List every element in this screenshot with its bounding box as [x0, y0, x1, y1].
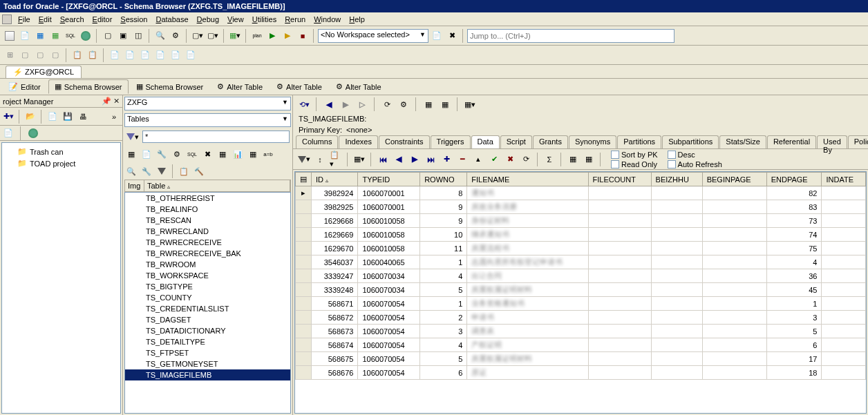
grid-row[interactable]: 162966810600100589身份证材料73: [296, 214, 866, 228]
nav-tab-2[interactable]: ▦Schema Browser: [130, 79, 210, 94]
col-TYPEID[interactable]: TYPEID: [358, 173, 420, 186]
table-item[interactable]: TB_OTHERREGIST: [125, 193, 290, 204]
mt-b[interactable]: 📄: [140, 147, 153, 161]
open-sql-btn[interactable]: 📄: [18, 29, 32, 43]
grid-row[interactable]: 1629670106001005811房屋流程书75: [296, 242, 866, 255]
pm-doc-btn[interactable]: 📄: [1, 126, 15, 140]
nav-prev[interactable]: ◀: [322, 97, 336, 111]
excel-btn[interactable]: ▦▾: [228, 29, 242, 43]
dt-next[interactable]: ▶: [408, 153, 422, 166]
pm-new-btn[interactable]: 📄: [46, 110, 59, 124]
mt-f[interactable]: ✖: [200, 147, 214, 161]
dt-first[interactable]: ⏮: [376, 153, 390, 166]
ws-add-btn[interactable]: 📄: [430, 29, 444, 43]
pm-db-btn[interactable]: [26, 126, 40, 140]
grid-btn[interactable]: ▦: [48, 29, 62, 43]
grid-row[interactable]: 333924710600700344出让合同36: [296, 269, 866, 283]
menu-file[interactable]: File: [14, 14, 35, 25]
table-item[interactable]: TS_IMAGEFILEMB: [125, 369, 290, 380]
commit-btn[interactable]: ▢▾: [191, 29, 205, 43]
chk-ar[interactable]: Auto Refresh: [668, 160, 722, 168]
table-item[interactable]: TS_COUNTY: [125, 292, 290, 303]
browser-btn[interactable]: ▦: [33, 29, 47, 43]
grid-row[interactable]: 56867310600700543调查表5: [296, 325, 866, 338]
script-btn[interactable]: SQL: [64, 29, 77, 43]
dt-excel[interactable]: ▦: [582, 153, 596, 166]
tree-trash[interactable]: 📁 Trash can: [5, 146, 117, 157]
dt-view[interactable]: ▦▾: [352, 153, 366, 166]
btn-a[interactable]: ▢: [18, 48, 32, 62]
tree-toad-project[interactable]: 📁 TOAD project: [5, 157, 117, 169]
obj-tab-subpartitions[interactable]: Subpartitions: [662, 135, 719, 148]
pm-print-btn[interactable]: 🖶: [76, 110, 90, 124]
chk-desc[interactable]: Desc: [668, 151, 722, 159]
menu-debug[interactable]: Debug: [193, 14, 223, 25]
mt-d[interactable]: ⚙: [170, 147, 184, 161]
obj-tab-grants[interactable]: Grants: [533, 135, 568, 148]
obj-tab-columns[interactable]: Columns: [296, 135, 338, 148]
dt-edit[interactable]: ▴: [471, 153, 485, 166]
table-item[interactable]: TB_WORKSPACE: [125, 270, 290, 281]
obj-tab-triggers[interactable]: Triggers: [431, 135, 471, 148]
dt-prev[interactable]: ◀: [392, 153, 406, 166]
mt2-a[interactable]: 🔍: [124, 164, 138, 178]
col-INDATE[interactable]: INDATE: [822, 173, 866, 186]
jump-input[interactable]: [467, 29, 674, 43]
pm-open-btn[interactable]: 📂: [23, 110, 37, 124]
table-item[interactable]: TB_RESCAN: [125, 215, 290, 226]
doc-e[interactable]: 📄: [169, 48, 182, 62]
table-item[interactable]: TS_CREDENTIALSLIST: [125, 303, 290, 314]
mt2-b[interactable]: 🔧: [140, 164, 153, 178]
workspace-combo[interactable]: <No Workspace selected>: [318, 29, 428, 43]
cog-btn[interactable]: ⚙: [169, 29, 182, 43]
rt-b[interactable]: ⚙: [397, 97, 411, 111]
nav-tab-4[interactable]: ⚙Alter Table: [270, 79, 328, 94]
new-btn[interactable]: [3, 29, 17, 43]
find-btn[interactable]: 🔍: [153, 29, 167, 43]
table-item[interactable]: TB_REALINFO: [125, 204, 290, 215]
nav-tab-5[interactable]: ⚙Alter Table: [330, 79, 388, 94]
obj-tab-stats/size[interactable]: Stats/Size: [719, 135, 766, 148]
mt2-filter[interactable]: [155, 164, 169, 178]
obj-tab-synonyms[interactable]: Synonyms: [569, 135, 616, 148]
table-item[interactable]: TS_DETAILTYPE: [125, 336, 290, 347]
nav-tab-1[interactable]: ▦Schema Browser: [48, 79, 129, 94]
run-btn[interactable]: ▶: [265, 29, 279, 43]
stop-btn[interactable]: ■: [296, 29, 310, 43]
table-item[interactable]: TB_RWRECRECEIVE_BAK: [125, 248, 290, 259]
col-ID[interactable]: ID▵: [312, 173, 358, 186]
dt-sort[interactable]: ↕: [313, 153, 327, 166]
col-BEIZHHU[interactable]: BEIZHHU: [651, 173, 702, 186]
col-FILENAME[interactable]: FILENAME: [467, 173, 588, 186]
obj-tab-used by[interactable]: Used By: [817, 135, 847, 148]
db-btn[interactable]: [79, 29, 93, 43]
mt-h[interactable]: 📊: [231, 147, 245, 161]
menu-search[interactable]: Search: [56, 14, 88, 25]
filter-icon[interactable]: ▾: [126, 130, 140, 144]
mt2-c[interactable]: 📋: [177, 164, 191, 178]
sched-btn[interactable]: plan: [250, 29, 264, 43]
doc-b[interactable]: 📄: [123, 48, 137, 62]
grid-row[interactable]: 56867610600700546原证18: [296, 366, 866, 380]
menu-view[interactable]: View: [223, 14, 248, 25]
menu-editor[interactable]: Editor: [88, 14, 117, 25]
doc-d[interactable]: 📄: [153, 48, 167, 62]
col-FILECOUNT[interactable]: FILECOUNT: [588, 173, 651, 186]
object-type-combo[interactable]: Tables: [124, 113, 291, 127]
col-ROWNO[interactable]: ROWNO: [420, 173, 467, 186]
dt-copy[interactable]: 📋▾: [329, 153, 343, 166]
pm-more-btn[interactable]: »: [107, 110, 121, 124]
menu-help[interactable]: Help: [345, 14, 369, 25]
mt-c[interactable]: 🔧: [155, 147, 169, 161]
grid-row[interactable]: 56867110600700541业务资格通知书1: [296, 297, 866, 311]
nav-tab-0[interactable]: 📝Editor: [2, 79, 47, 94]
table-item[interactable]: TS_BIGTYPE: [125, 281, 290, 292]
dt-refresh[interactable]: ⟳: [519, 153, 533, 166]
mt-e[interactable]: SQL: [185, 147, 199, 161]
dt-filter[interactable]: ▾: [297, 153, 311, 166]
mt-a[interactable]: ▦: [124, 147, 138, 161]
table-item[interactable]: TS_DATADICTIONARY: [125, 325, 290, 336]
table-item[interactable]: TB_RWROOM: [125, 259, 290, 270]
ws-del-btn[interactable]: ✖: [445, 29, 459, 43]
menu-database[interactable]: Database: [151, 14, 192, 25]
